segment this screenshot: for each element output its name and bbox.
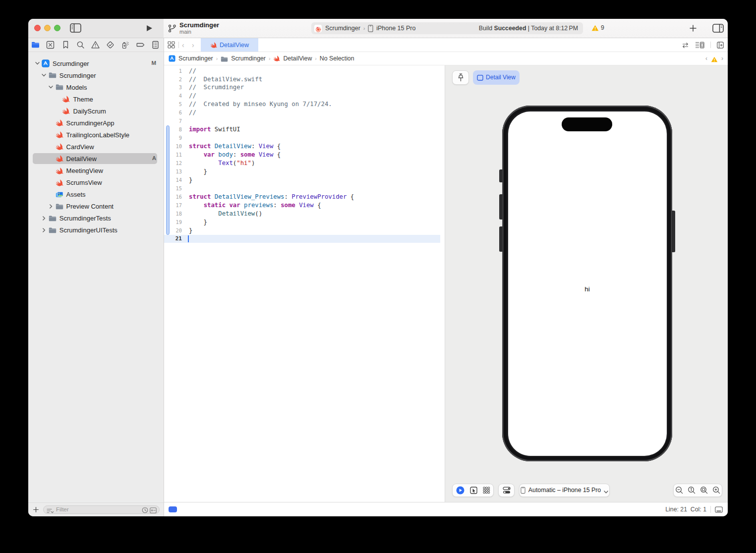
breadcrumb-project[interactable]: Scrumdinger (178, 55, 213, 62)
code-line-8[interactable]: 8import SwiftUI (164, 125, 445, 134)
preview-tab-detail-view[interactable]: Detail View (473, 70, 520, 85)
tab-detailview[interactable]: DetailView (201, 38, 258, 52)
selectable-mode-button[interactable] (470, 487, 477, 494)
code-line-16[interactable]: 16struct DetailView_Previews: PreviewPro… (164, 193, 445, 201)
project-navigator-icon[interactable] (31, 41, 40, 49)
sidebar-item-models[interactable]: Models (28, 81, 164, 93)
zoom-in-button[interactable] (712, 486, 720, 494)
traffic-light-zoom[interactable] (54, 25, 60, 31)
sidebar-toggle-icon[interactable] (70, 23, 81, 33)
sidebar-item-assets[interactable]: Assets (28, 189, 164, 201)
code-line-9[interactable]: 9 (164, 134, 445, 142)
code-line-12[interactable]: 12 Text("hi") (164, 159, 445, 167)
breakpoint-navigator-icon[interactable] (136, 41, 145, 49)
sidebar-item-scrumdinger[interactable]: Scrumdinger (28, 69, 164, 81)
adjust-editor-icon[interactable] (695, 42, 704, 49)
sidebar-item-preview-content[interactable]: Preview Content (28, 201, 164, 213)
code-line-1[interactable]: 1// (164, 67, 445, 75)
run-destination[interactable]: iPhone 15 Pro (376, 25, 415, 32)
code-line-18[interactable]: 18 DetailView() (164, 210, 445, 218)
code-line-7[interactable]: 7 (164, 117, 445, 125)
issue-navigator-icon[interactable] (91, 41, 100, 49)
zoom-actual-size-button[interactable] (688, 486, 696, 494)
prev-issue-icon[interactable]: ‹ (705, 55, 707, 62)
disclosure-down-icon[interactable] (41, 72, 47, 78)
back-button[interactable]: ‹ (182, 41, 188, 48)
pin-preview-button[interactable] (452, 70, 469, 85)
next-issue-icon[interactable]: › (721, 55, 723, 62)
code-line-14[interactable]: 14} (164, 176, 445, 184)
changes-navigator-icon[interactable] (46, 41, 55, 49)
disclosure-right-icon[interactable] (41, 216, 47, 221)
code-line-3[interactable]: 3// Scrumdinger (164, 83, 445, 92)
iphone-screen[interactable]: hi (508, 111, 667, 456)
editor-layout-icon[interactable] (712, 24, 724, 33)
live-preview-button[interactable] (456, 486, 465, 495)
library-plus-icon[interactable] (689, 24, 697, 32)
swap-editor-icon[interactable] (682, 42, 689, 48)
related-items-icon[interactable] (168, 41, 175, 49)
sidebar-item-scrumsview[interactable]: ScrumsView (28, 177, 164, 189)
sidebar-item-theme[interactable]: Theme (28, 93, 164, 105)
sidebar-item-scrumdingerapp[interactable]: ScrumdingerApp (28, 117, 164, 129)
code-line-15[interactable]: 15 (164, 184, 445, 193)
test-navigator-icon[interactable] (106, 41, 115, 49)
line-number: 10 (164, 142, 182, 151)
breadcrumb-file[interactable]: DetailView (283, 55, 312, 62)
disclosure-right-icon[interactable] (48, 204, 54, 209)
sidebar-item-scrumdingertests[interactable]: ScrumdingerTests (28, 213, 164, 224)
device-settings-button[interactable] (498, 484, 515, 497)
code-line-2[interactable]: 2// DetailView.swift (164, 75, 445, 84)
code-line-19[interactable]: 19 } (164, 218, 445, 226)
sidebar-item-scrumdinger[interactable]: ScrumdingerM (28, 57, 164, 69)
sidebar-item-meetingview[interactable]: MeetingView (28, 165, 164, 177)
run-button[interactable] (145, 24, 153, 32)
device-picker[interactable]: Automatic – iPhone 15 Pro (519, 484, 610, 497)
code-line-6[interactable]: 6// (164, 109, 445, 117)
source-control-status-icon[interactable] (150, 506, 157, 512)
traffic-light-close[interactable] (34, 25, 41, 31)
scrumdinger-app-icon (314, 25, 322, 32)
code-line-4[interactable]: 4// (164, 92, 445, 100)
code-line-5[interactable]: 5// Created by minseo Kyung on 7/17/24. (164, 100, 445, 109)
code-line-20[interactable]: 20} (164, 226, 445, 235)
scheme-selector[interactable]: Scrumdinger › iPhone 15 Pro Build Succee… (311, 22, 583, 34)
sidebar-item-cardview[interactable]: CardView (28, 141, 164, 153)
sidebar-item-dailyscrum[interactable]: DailyScrum (28, 105, 164, 117)
debug-navigator-icon[interactable] (121, 41, 129, 49)
disclosure-right-icon[interactable] (41, 227, 47, 233)
code-coverage-indicator[interactable] (169, 506, 177, 512)
code-editor[interactable]: 1//2// DetailView.swift3// Scrumdinger4/… (164, 65, 445, 502)
line-number: 16 (164, 193, 182, 201)
sidebar-item-trailingiconlabelstyle[interactable]: TrailingIconLabelStyle (28, 129, 164, 141)
find-navigator-icon[interactable] (76, 41, 85, 49)
add-file-icon[interactable] (33, 506, 39, 512)
zoom-out-button[interactable] (675, 486, 683, 494)
code-line-13[interactable]: 13 } (164, 167, 445, 176)
forward-button[interactable]: › (192, 41, 198, 48)
code-line-10[interactable]: 10struct DetailView: View { (164, 142, 445, 151)
traffic-light-minimize[interactable] (44, 25, 51, 31)
zoom-to-fit-button[interactable] (700, 486, 708, 494)
disclosure-down-icon[interactable] (48, 84, 54, 90)
bottom-bar-toggle-icon[interactable] (715, 506, 723, 512)
bookmark-navigator-icon[interactable] (61, 41, 70, 49)
scheme-name[interactable]: Scrumdinger (325, 25, 360, 32)
breadcrumb-group[interactable]: Scrumdinger (231, 55, 266, 62)
warning-icon[interactable] (711, 55, 718, 61)
code-line-21[interactable]: 21 (164, 235, 445, 243)
variants-mode-button[interactable] (483, 487, 490, 494)
warning-badge[interactable]: 9 (591, 24, 604, 31)
code-line-17[interactable]: 17 static var previews: some View { (164, 201, 445, 210)
item-label: Scrumdinger (59, 72, 96, 79)
breadcrumb-selection[interactable]: No Selection (320, 55, 354, 62)
filter-input[interactable]: Filter (43, 505, 160, 514)
disclosure-down-icon[interactable] (35, 60, 40, 66)
add-editor-icon[interactable] (717, 42, 724, 49)
code-line-11[interactable]: 11 var body: some View { (164, 151, 445, 159)
recent-files-icon[interactable] (142, 506, 148, 513)
sidebar-item-detailview[interactable]: DetailViewA (28, 153, 164, 165)
line-number: 9 (164, 134, 182, 142)
sidebar-item-scrumdingeruitests[interactable]: ScrumdingerUITests (28, 224, 164, 236)
report-navigator-icon[interactable] (151, 41, 160, 49)
